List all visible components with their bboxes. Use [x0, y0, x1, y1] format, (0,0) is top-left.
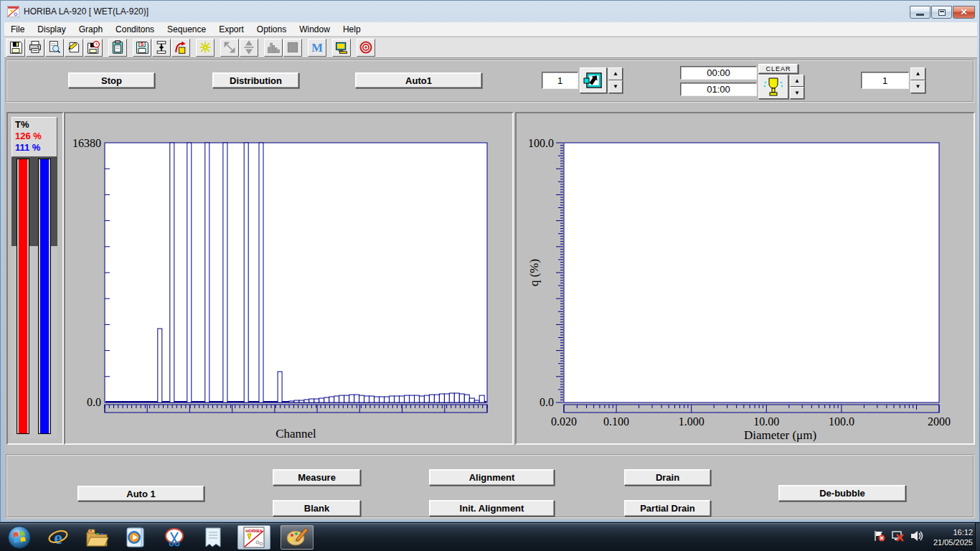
desktop: HORIBA LA-920 [ WET(LA-920)] ✕ FileDispl…: [0, 0, 980, 551]
diameter-xtick: 2000: [928, 415, 951, 428]
count-down-button[interactable]: ▼: [910, 80, 925, 93]
menu-conditons[interactable]: Conditons: [109, 23, 161, 36]
elapsed-time-field: 00:00: [680, 66, 757, 80]
iteration-field[interactable]: 1: [542, 72, 578, 89]
show-desktop-button[interactable]: [975, 523, 980, 551]
iteration-spinner: ▲ ▼: [608, 67, 623, 93]
distribution-button[interactable]: Distribution: [212, 72, 299, 88]
stop-button[interactable]: Stop: [68, 72, 155, 88]
edit-note-icon[interactable]: [65, 39, 83, 57]
menu-graph[interactable]: Graph: [72, 23, 109, 36]
menu-bar: FileDisplayGraphConditonsSequenceExportO…: [4, 22, 977, 37]
save-icon[interactable]: [6, 39, 25, 57]
gauge-title: T%: [15, 119, 54, 131]
clear-button[interactable]: CLEAR: [758, 64, 798, 74]
manual-mode-icon[interactable]: M: [308, 39, 326, 57]
export-graph-icon[interactable]: [171, 39, 190, 57]
save-sample-icon[interactable]: S: [133, 39, 151, 57]
iteration-up-button[interactable]: ▲: [608, 67, 623, 80]
menu-display[interactable]: Display: [31, 23, 72, 36]
diameter-xlabel: Diameter (μm): [744, 428, 816, 442]
minimize-button[interactable]: [910, 6, 930, 19]
taskbar-snipping-tool-icon[interactable]: [160, 525, 189, 550]
taskbar: eHORIBA 16:12 21/05/2025: [0, 522, 980, 551]
titlebar[interactable]: HORIBA LA-920 [ WET(LA-920)] ✕: [1, 1, 979, 22]
taskbar-paint-icon[interactable]: [281, 525, 314, 550]
gauge-blue-bar: [38, 159, 51, 434]
auto-mode-button[interactable]: Auto1: [355, 72, 482, 88]
total-time-field[interactable]: 01:00: [680, 83, 757, 96]
paste-icon[interactable]: [108, 39, 127, 57]
tray-volume-icon[interactable]: [910, 530, 923, 545]
print-icon[interactable]: [26, 39, 44, 57]
alignment-button[interactable]: Alignment: [429, 469, 555, 486]
menu-help[interactable]: Help: [336, 23, 367, 36]
print-preview-icon[interactable]: [45, 39, 64, 57]
ultrasonic-icon: [763, 77, 784, 97]
diameter-xtick: 10.00: [753, 415, 779, 428]
taskbar-clock[interactable]: 16:12 21/05/2025: [933, 527, 973, 547]
gauge-readout: T% 126 % 111 %: [11, 117, 57, 157]
ultrasonic-spinner: ▲ ▼: [790, 75, 804, 99]
auto1-button[interactable]: Auto 1: [77, 486, 204, 501]
menu-options[interactable]: Options: [250, 23, 293, 36]
save-timed-icon[interactable]: [84, 39, 103, 57]
ultrasonic-down-button[interactable]: ▼: [790, 87, 804, 99]
diameter-xtick: 100.0: [829, 415, 854, 428]
drain-button[interactable]: Drain: [624, 469, 711, 486]
count-up-button[interactable]: ▲: [910, 67, 925, 80]
debubble-button[interactable]: De-bubble: [778, 485, 906, 501]
taskbar-internet-explorer-icon[interactable]: e: [44, 525, 72, 550]
app-window: HORIBA LA-920 [ WET(LA-920)] ✕ FileDispl…: [0, 0, 980, 522]
menu-window[interactable]: Window: [293, 23, 336, 36]
taskbar-windows-explorer-icon[interactable]: [83, 525, 111, 550]
system-tray: 16:12 21/05/2025: [870, 523, 973, 551]
diameter-xtick: 0.020: [551, 415, 577, 428]
client-area: FileDisplayGraphConditonsSequenceExportO…: [4, 22, 977, 519]
taskbar-horiba-app-icon[interactable]: HORIBA: [237, 525, 270, 550]
taskbar-media-player-icon[interactable]: [121, 525, 150, 550]
close-button[interactable]: ✕: [953, 6, 975, 19]
q-ymin-label: 0.0: [540, 396, 554, 408]
tray-device-error-icon[interactable]: [892, 530, 905, 545]
init-alignment-button[interactable]: Init. Alignment: [429, 500, 555, 517]
count-spinner: ▲ ▼: [910, 67, 925, 93]
clock-date: 21/05/2025: [933, 537, 973, 547]
maximize-button[interactable]: [931, 6, 952, 19]
laser-sparkle-icon[interactable]: [196, 39, 215, 57]
histogram-view-icon: [264, 39, 283, 57]
taskbar-notepad-icon[interactable]: [199, 525, 227, 550]
iteration-down-button[interactable]: ▼: [608, 80, 623, 93]
measure-button[interactable]: Measure: [273, 469, 361, 486]
gauge-red-bar: [17, 159, 29, 434]
data-transfer-icon[interactable]: [332, 39, 351, 57]
svg-text:S: S: [140, 41, 143, 47]
q-ylabel: q (%): [527, 259, 541, 286]
channel-chart-panel: 163800.0Channel: [64, 112, 514, 445]
blank-button[interactable]: Blank: [273, 500, 361, 517]
diameter-xtick: 0.100: [603, 415, 629, 428]
window-title: HORIBA LA-920 [ WET(LA-920)]: [24, 6, 149, 17]
count-field[interactable]: 1: [861, 72, 909, 89]
iteration-icon-button[interactable]: [580, 67, 607, 93]
record-target-icon[interactable]: [357, 39, 375, 57]
app-icon: [7, 6, 19, 17]
menu-export[interactable]: Export: [212, 23, 250, 36]
transmittance-gauge-panel: T% 126 % 111 %: [6, 112, 64, 445]
menu-sequence[interactable]: Sequence: [161, 23, 212, 36]
ultrasonic-up-button[interactable]: ▲: [790, 75, 804, 87]
menu-file[interactable]: File: [4, 23, 31, 36]
clock-time: 16:12: [933, 527, 973, 537]
toolbar: SM: [4, 37, 977, 58]
control-panel: Stop Distribution Auto1 1 ▲ ▼ 00:00: [6, 60, 974, 103]
sequence-flow-icon[interactable]: [152, 39, 171, 57]
diameter-xtick: 1.000: [679, 415, 705, 428]
svg-text:HORIBA: HORIBA: [245, 529, 263, 533]
partial-drain-button[interactable]: Partial Drain: [624, 500, 711, 517]
action-panel: Auto 1 Measure Blank Alignment Init. Ali…: [6, 454, 974, 518]
ultrasonic-button[interactable]: [758, 75, 788, 99]
tray-action-center-icon[interactable]: [873, 530, 886, 545]
taskbar-start-button[interactable]: [5, 525, 34, 550]
gauge-body: [11, 157, 57, 438]
channel-chart: 163800.0Channel: [65, 113, 512, 443]
